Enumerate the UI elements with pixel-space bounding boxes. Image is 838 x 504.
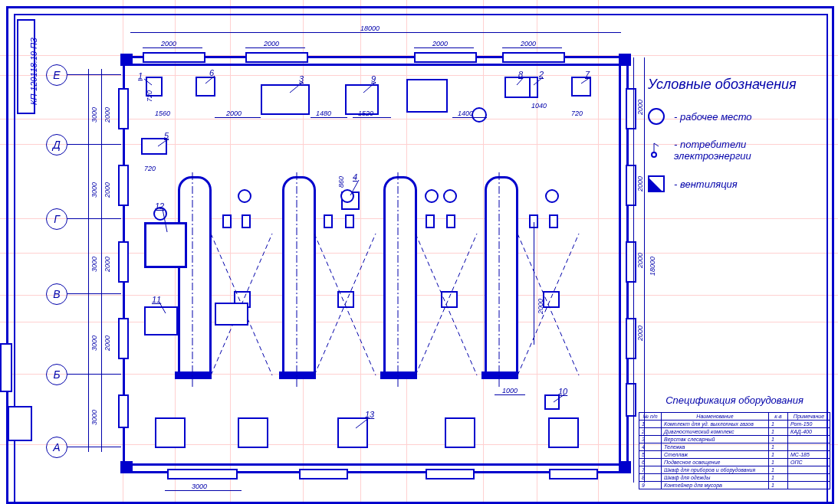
- dim-720a: 720: [146, 90, 153, 102]
- bay-3: [383, 176, 417, 378]
- callout-10: 10: [558, 387, 567, 396]
- dim-v-3000-5: 3000: [90, 410, 98, 425]
- spec-h-num: № п/п: [639, 413, 662, 421]
- dim-vr-1: 2000: [636, 100, 644, 115]
- equip-7: [571, 77, 591, 97]
- axis-g: Г: [46, 208, 67, 230]
- equip-13: [337, 417, 368, 448]
- bay-1: [178, 176, 212, 378]
- dim-860: 860: [337, 176, 345, 188]
- legend-ventilation-label: - вентиляция: [674, 178, 738, 190]
- title-block-side: КП-120118.19 ПЗ: [17, 19, 35, 114]
- drawing-code: КП-120118.19 ПЗ: [29, 38, 38, 105]
- spec-block: Спецификация оборудования № п/п Наименов…: [639, 394, 830, 489]
- spec-title: Спецификация оборудования: [639, 394, 830, 406]
- spec-h-note: Примечание: [788, 413, 830, 421]
- dim-v-3000-4: 3000: [90, 335, 98, 351]
- dim-v-2000-3: 2000: [104, 257, 111, 272]
- axis-a: А: [46, 437, 67, 458]
- table-row: 6Подвесное освещение1ОПС: [639, 459, 830, 466]
- table-row: 9Контейнер для мусора1: [639, 482, 830, 489]
- axis-v: В: [46, 283, 67, 305]
- callout-3: 3: [299, 74, 304, 83]
- spec-h-qty: к-в: [769, 413, 788, 421]
- legend-item-workplace: - рабочее место: [648, 108, 824, 125]
- equip-block-a: [406, 79, 448, 113]
- table-row: 8Шкаф для одежды1: [639, 474, 830, 482]
- legend: Условные обозначения - рабочее место - п…: [648, 77, 824, 206]
- dim-bay-h: 2000: [537, 299, 544, 314]
- callout-5: 5: [164, 131, 169, 140]
- equip-side: [215, 303, 248, 326]
- legend-consumer-label: - потребители электроэнергии: [674, 139, 824, 162]
- dim-720b: 720: [144, 165, 156, 172]
- dim-v-3000-3: 3000: [90, 257, 98, 272]
- ventilation-icon: [648, 175, 665, 192]
- axis-b: Б: [46, 364, 67, 385]
- legend-workplace-label: - рабочее место: [674, 111, 752, 123]
- svg-point-25: [652, 152, 656, 157]
- equip-8: [504, 77, 532, 98]
- dim-vr-3: 2000: [636, 253, 644, 268]
- callout-12: 12: [155, 201, 164, 211]
- table-row: 4Тележка1: [639, 443, 830, 451]
- equip-11: [144, 306, 178, 335]
- equip-10: [544, 394, 560, 410]
- legend-item-consumer: - потребители электроэнергии: [648, 139, 824, 162]
- callout-2: 2: [539, 70, 544, 79]
- dim-1560: 1560: [155, 110, 170, 117]
- workplace-icon: [648, 108, 665, 125]
- dim-v-2000-1: 2000: [104, 107, 111, 123]
- equip-3: [261, 84, 310, 115]
- spec-h-name: Наименование: [662, 413, 769, 421]
- dim-1000: 1000: [502, 387, 518, 394]
- callout-6: 6: [209, 68, 214, 77]
- dim-1480: 1480: [316, 110, 331, 117]
- callout-1: 1: [138, 71, 143, 80]
- drawing-canvas: КП-120118.19 ПЗ Е Д Г В Б А 18000 2000 2…: [0, 0, 838, 504]
- dim-overall-right: 18000: [649, 257, 656, 276]
- dim-v-2000-4: 2000: [104, 335, 111, 351]
- callout-13: 13: [365, 410, 374, 419]
- bay-2: [282, 176, 316, 378]
- spec-table: № п/п Наименование к-в Примечание 1Компл…: [639, 412, 830, 489]
- equip-12: [144, 222, 187, 268]
- callout-9: 9: [371, 74, 376, 83]
- bay-4: [485, 176, 518, 378]
- dim-1520: 1520: [358, 110, 373, 117]
- equip-6: [196, 77, 215, 97]
- table-row: 5Стеллаж1МС-185: [639, 451, 830, 459]
- dim-2000: 2000: [226, 110, 242, 117]
- dim-1400: 1400: [458, 110, 473, 117]
- callout-8: 8: [518, 70, 523, 79]
- table-row: 1Комплект для уд. выхлопных газов1Рот-15…: [639, 421, 830, 428]
- dim-v-3000-2: 3000: [90, 182, 98, 198]
- dim-vr-4: 2000: [636, 326, 644, 341]
- equip-5: [141, 138, 167, 155]
- equip-2: [529, 77, 538, 98]
- dim-720c: 720: [571, 110, 583, 117]
- callout-7: 7: [585, 70, 590, 79]
- electricity-icon: [648, 142, 665, 159]
- dim-vr-2: 2000: [636, 176, 644, 191]
- dim-3000: 3000: [192, 483, 207, 490]
- axis-e: Е: [46, 64, 67, 86]
- table-row: 7Шкаф для приборов и оборудования1: [639, 466, 830, 474]
- callout-11: 11: [152, 295, 161, 304]
- axis-d: Д: [46, 134, 67, 155]
- dim-overall-top: 18000: [360, 25, 380, 32]
- floor-plan: 2000 1480 1520 1400 1560 1040 720 720 72…: [123, 34, 629, 486]
- dim-1040: 1040: [531, 102, 547, 110]
- table-row: 3Верстак слесарный1: [639, 436, 830, 443]
- dim-v-3000-1: 3000: [90, 107, 98, 123]
- dim-v-2000-2: 2000: [104, 182, 111, 198]
- legend-title: Условные обозначения: [648, 77, 824, 93]
- table-row: 2Диагностический комплекс1КАД-400: [639, 428, 830, 436]
- legend-item-ventilation: - вентиляция: [648, 175, 824, 192]
- callout-4: 4: [353, 172, 357, 182]
